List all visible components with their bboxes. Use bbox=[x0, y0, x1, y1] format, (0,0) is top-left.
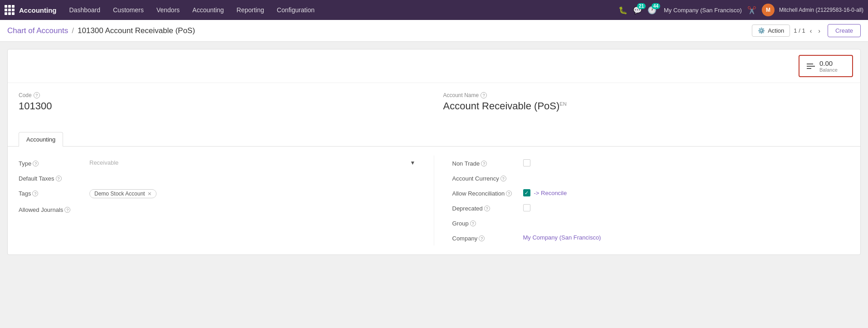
nav-reporting[interactable]: Reporting bbox=[231, 0, 270, 20]
allow-reconciliation-checkbox[interactable]: ✓ bbox=[523, 189, 530, 196]
breadcrumb-parent[interactable]: Chart of Accounts bbox=[7, 26, 68, 35]
company-help-icon[interactable]: ? bbox=[479, 235, 485, 241]
non-trade-value[interactable] bbox=[523, 159, 850, 166]
balance-label: Balance bbox=[819, 67, 838, 73]
nav-customers[interactable]: Customers bbox=[108, 0, 149, 20]
account-name-label: Account Name ? bbox=[443, 92, 850, 98]
form-top-row: Code ? 101300 Account Name ? Account Rec… bbox=[19, 92, 849, 112]
code-label: Code ? bbox=[19, 92, 425, 98]
reconcile-link[interactable]: -> Reconcile bbox=[534, 190, 567, 196]
non-trade-checkbox[interactable] bbox=[523, 159, 530, 166]
main-content: 0.00 Balance Code ? 101300 Account Name bbox=[0, 42, 868, 328]
clock-badge: 44 bbox=[652, 3, 660, 9]
non-trade-field-row: Non Trade ? bbox=[452, 156, 850, 171]
tags-field-row: Tags ? Demo Stock Account ✕ bbox=[19, 186, 416, 202]
type-select[interactable]: Receivable ▼ bbox=[89, 159, 416, 166]
col-right: Non Trade ? Account Currency ? bbox=[434, 156, 850, 245]
pager: 1 / 1 ‹ › bbox=[794, 26, 822, 35]
account-name-help-icon[interactable]: ? bbox=[481, 92, 487, 98]
account-currency-field-row: Account Currency ? bbox=[452, 171, 850, 186]
allowed-journals-field-row: Allowed Journals ? bbox=[19, 202, 416, 217]
default-taxes-label: Default Taxes ? bbox=[19, 174, 82, 182]
code-help-icon[interactable]: ? bbox=[34, 92, 40, 98]
type-field-row: Type ? Receivable ▼ bbox=[19, 156, 416, 171]
app-name[interactable]: Accounting bbox=[19, 6, 57, 14]
deprecated-checkbox[interactable] bbox=[523, 204, 530, 211]
type-value[interactable]: Receivable ▼ bbox=[89, 159, 416, 166]
balance-info: 0.00 Balance bbox=[819, 59, 838, 73]
bug-icon-btn[interactable]: 🐛 bbox=[618, 6, 628, 15]
group-label: Group ? bbox=[452, 219, 516, 227]
tag-remove-btn[interactable]: ✕ bbox=[147, 191, 152, 197]
record-card: 0.00 Balance Code ? 101300 Account Name bbox=[7, 49, 861, 255]
tab-accounting[interactable]: Accounting bbox=[19, 132, 63, 147]
balance-widget-row: 0.00 Balance bbox=[8, 49, 860, 83]
allowed-journals-help-icon[interactable]: ? bbox=[64, 207, 70, 213]
allow-reconciliation-value: ✓ -> Reconcile bbox=[523, 189, 850, 196]
pager-text: 1 / 1 bbox=[794, 27, 805, 34]
col-left: Type ? Receivable ▼ Defa bbox=[19, 156, 434, 245]
balance-lines-icon bbox=[807, 64, 815, 69]
breadcrumb-separator: / bbox=[72, 26, 74, 35]
company-value[interactable]: My Company (San Francisco) bbox=[523, 234, 850, 241]
company-label: Company ? bbox=[452, 234, 516, 242]
nav-accounting[interactable]: Accounting bbox=[187, 0, 229, 20]
gear-icon: ⚙️ bbox=[758, 27, 765, 34]
create-button[interactable]: Create bbox=[828, 24, 861, 37]
code-field-group: Code ? 101300 bbox=[19, 92, 425, 112]
chat-badge: 21 bbox=[637, 3, 646, 9]
allow-reconciliation-field-row: Allow Reconciliation ? ✓ -> Reconcile bbox=[452, 186, 850, 201]
default-taxes-field-row: Default Taxes ? bbox=[19, 171, 416, 186]
nav-configuration[interactable]: Configuration bbox=[271, 0, 320, 20]
allow-reconciliation-label: Allow Reconciliation ? bbox=[452, 189, 516, 197]
deprecated-label: Deprecated ? bbox=[452, 204, 516, 212]
group-field-row: Group ? bbox=[452, 215, 850, 230]
pager-prev[interactable]: ‹ bbox=[808, 26, 814, 35]
action-button[interactable]: ⚙️ Action bbox=[752, 24, 790, 37]
tab-content-accounting: Type ? Receivable ▼ Defa bbox=[8, 147, 860, 255]
tools-icon[interactable]: ✂️ bbox=[747, 6, 756, 15]
company-link[interactable]: My Company (San Francisco) bbox=[523, 234, 601, 241]
non-trade-label: Non Trade ? bbox=[452, 159, 516, 167]
clock-icon-btn[interactable]: 🕐 44 bbox=[647, 6, 657, 15]
breadcrumb-bar: Chart of Accounts / 101300 Account Recei… bbox=[0, 20, 868, 42]
form-header-section: Code ? 101300 Account Name ? Account Rec… bbox=[8, 83, 860, 128]
pager-next[interactable]: › bbox=[816, 26, 822, 35]
balance-widget: 0.00 Balance bbox=[799, 55, 853, 77]
code-value[interactable]: 101300 bbox=[19, 100, 425, 112]
chat-icon-btn[interactable]: 💬 21 bbox=[633, 6, 642, 15]
type-dropdown-arrow: ▼ bbox=[410, 160, 416, 166]
action-button-label: Action bbox=[768, 27, 784, 34]
account-name-value[interactable]: Account Receivable (PoS)EN bbox=[443, 100, 850, 112]
nav-vendors[interactable]: Vendors bbox=[151, 0, 185, 20]
non-trade-help-icon[interactable]: ? bbox=[481, 161, 487, 166]
avatar: M bbox=[762, 4, 775, 16]
group-help-icon[interactable]: ? bbox=[470, 220, 476, 226]
two-col-form: Type ? Receivable ▼ Defa bbox=[19, 156, 849, 245]
tags-help-icon[interactable]: ? bbox=[32, 191, 38, 196]
company-name: My Company (San Francisco) bbox=[664, 7, 742, 14]
nav-dashboard[interactable]: Dashboard bbox=[64, 0, 106, 20]
company-field-row: Company ? My Company (San Francisco) bbox=[452, 230, 850, 245]
type-label: Type ? bbox=[19, 159, 82, 167]
account-currency-label: Account Currency ? bbox=[452, 174, 516, 182]
type-help-icon[interactable]: ? bbox=[33, 161, 39, 166]
allow-reconciliation-help-icon[interactable]: ? bbox=[506, 191, 512, 196]
app-grid-icon[interactable] bbox=[5, 5, 15, 15]
balance-value: 0.00 bbox=[819, 59, 838, 67]
deprecated-help-icon[interactable]: ? bbox=[484, 206, 490, 211]
default-taxes-help-icon[interactable]: ? bbox=[56, 176, 62, 181]
tags-value: Demo Stock Account ✕ bbox=[89, 189, 416, 198]
user-name: Mitchell Admin (21229583-16-0-all) bbox=[779, 7, 863, 13]
breadcrumb-current: 101300 Account Receivable (PoS) bbox=[78, 26, 195, 35]
tabs-row: Accounting bbox=[8, 132, 860, 147]
account-currency-help-icon[interactable]: ? bbox=[500, 176, 506, 181]
top-navigation: Accounting Dashboard Customers Vendors A… bbox=[0, 0, 868, 20]
tags-label: Tags ? bbox=[19, 189, 82, 197]
deprecated-field-row: Deprecated ? bbox=[452, 201, 850, 215]
account-name-field-group: Account Name ? Account Receivable (PoS)E… bbox=[443, 92, 850, 112]
account-name-sup: EN bbox=[559, 101, 566, 107]
topbar-icons: 🐛 💬 21 🕐 44 bbox=[618, 6, 657, 15]
demo-stock-account-tag: Demo Stock Account ✕ bbox=[89, 189, 157, 198]
deprecated-value[interactable] bbox=[523, 204, 850, 211]
